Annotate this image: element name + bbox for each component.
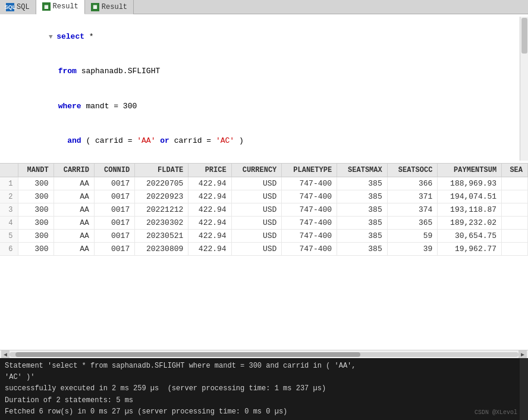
scroll-right-arrow[interactable]: ▶: [518, 350, 527, 359]
col-paymentsum: PAYMENTSUM: [438, 164, 502, 177]
col-rownum: [0, 164, 18, 177]
tab-sql[interactable]: SQL SQL: [0, 0, 36, 14]
status-line2: 'AC' )': [5, 372, 523, 383]
editor-vscroll[interactable]: [520, 17, 528, 161]
tab-bar: SQL SQL ▦ Result ▦ Result: [0, 0, 528, 14]
col-fldate: FLDATE: [135, 164, 188, 177]
col-connid: CONNID: [94, 164, 134, 177]
tab-result2[interactable]: ▦ Result: [85, 0, 134, 14]
watermark: CSDN @XLevol: [474, 408, 517, 418]
table-row: 4300AA001720230302422.94USD747-400385365…: [0, 217, 528, 230]
sql-editor: ▼ select * from saphanadb.SFLIGHT where …: [0, 14, 528, 164]
table-row: 6300AA001720230809422.94USD747-400385391…: [0, 243, 528, 256]
sql-line-4: and ( carrid = 'AA' or carrid = 'AC' ): [2, 124, 515, 159]
kw-select: select: [56, 32, 84, 41]
status-bar: Statement 'select * from saphanadb.SFLIG…: [0, 358, 528, 420]
scroll-left-arrow[interactable]: ◀: [1, 350, 10, 359]
table-body: 1300AA001720220705422.94USD747-400385366…: [0, 177, 528, 256]
header-row: MANDT CARRID CONNID FLDATE PRICE CURRENC…: [0, 164, 528, 177]
col-price: PRICE: [188, 164, 231, 177]
status-line1: Statement 'select * from saphanadb.SFLIG…: [5, 361, 523, 372]
vscroll-thumb: [521, 18, 527, 54]
editor-content: ▼ select * from saphanadb.SFLIGHT where …: [0, 17, 520, 161]
sql-line-3: where mandt = 300: [2, 89, 515, 124]
main-area: ▼ select * from saphanadb.SFLIGHT where …: [0, 14, 528, 420]
table-row: 5300AA001720230521422.94USD747-400385593…: [0, 230, 528, 243]
h-scrollbar-track[interactable]: [10, 352, 518, 357]
kw-or: or: [160, 136, 169, 145]
sql-line-2: from saphanadb.SFLIGHT: [2, 54, 515, 89]
result2-icon: ▦: [91, 3, 99, 11]
col-carrid: CARRID: [54, 164, 94, 177]
collapse-icon[interactable]: ▼: [49, 33, 56, 40]
result-table: MANDT CARRID CONNID FLDATE PRICE CURRENC…: [0, 164, 528, 256]
status-vscroll[interactable]: [520, 358, 528, 420]
result1-icon: ▦: [42, 2, 51, 11]
col-seatsmax: SEATSMAX: [337, 164, 388, 177]
status-line4: Duration of 2 statements: 5 ms: [5, 395, 523, 406]
result-wrapper: MANDT CARRID CONNID FLDATE PRICE CURRENC…: [0, 164, 528, 358]
tab-result1-label: Result: [53, 2, 78, 11]
col-mandt: MANDT: [18, 164, 54, 177]
col-currency: CURRENCY: [231, 164, 282, 177]
table-row: 2300AA001720220923422.94USD747-400385371…: [0, 190, 528, 203]
kw-from: from: [58, 67, 77, 76]
h-scrollbar-thumb[interactable]: [15, 352, 360, 357]
kw-where: where: [58, 102, 81, 111]
result-scroll-area[interactable]: MANDT CARRID CONNID FLDATE PRICE CURRENC…: [0, 164, 528, 350]
table-header: MANDT CARRID CONNID FLDATE PRICE CURRENC…: [0, 164, 528, 177]
sql-icon: SQL: [6, 3, 14, 11]
tab-result1[interactable]: ▦ Result: [36, 0, 85, 14]
col-seatsocc: SEATSOCC: [387, 164, 438, 177]
tab-result2-label: Result: [102, 3, 127, 11]
app-container: SQL SQL ▦ Result ▦ Result ▼ select * fro…: [0, 0, 528, 420]
status-line3: successfully executed in 2 ms 259 µs (se…: [5, 383, 523, 394]
kw-and: and: [67, 136, 81, 145]
h-scrollbar[interactable]: ◀ ▶: [0, 350, 528, 358]
status-line5: Fetched 6 row(s) in 0 ms 27 µs (server p…: [5, 406, 523, 418]
col-sea: SEA: [502, 164, 528, 177]
table-row: 3300AA001720221212422.94USD747-400385374…: [0, 203, 528, 217]
col-planetype: PLANETYPE: [282, 164, 337, 177]
table-row: 1300AA001720220705422.94USD747-400385366…: [0, 177, 528, 190]
sql-line-1: ▼ select *: [2, 19, 515, 54]
tab-sql-label: SQL: [17, 3, 30, 11]
